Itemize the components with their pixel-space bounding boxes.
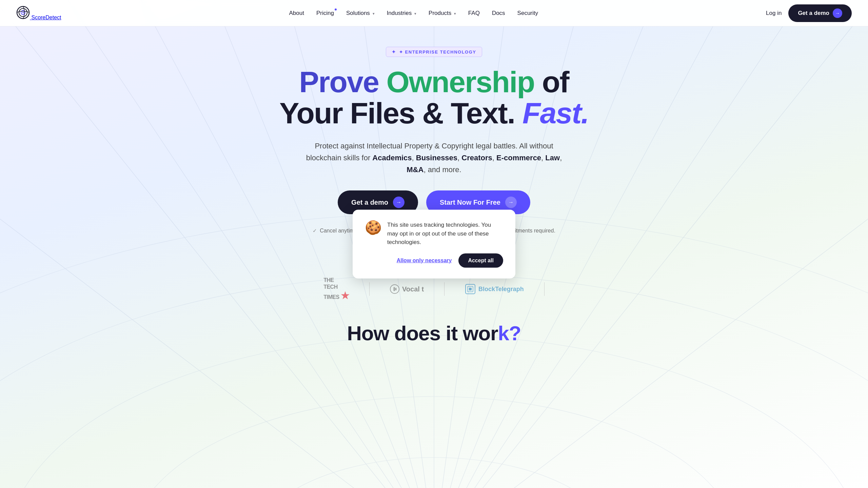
svg-rect-29 bbox=[469, 288, 472, 290]
nav-item-docs[interactable]: Docs bbox=[492, 10, 505, 16]
svg-point-3 bbox=[22, 12, 24, 13]
svg-point-21 bbox=[7, 336, 861, 488]
solutions-chevron-icon: ▾ bbox=[373, 12, 375, 16]
cookie-message: This site uses tracking technologies. Yo… bbox=[387, 221, 503, 247]
featured-logo-techTimes: THETECHTIMES ★ bbox=[323, 277, 349, 301]
svg-point-20 bbox=[129, 396, 739, 488]
svg-rect-25 bbox=[394, 287, 395, 291]
nav-item-industries[interactable]: Industries ▾ bbox=[387, 10, 416, 16]
hero-title-fast: Fast. bbox=[522, 96, 589, 130]
divider-3 bbox=[544, 282, 545, 296]
nav-item-products[interactable]: Products ▾ bbox=[429, 10, 456, 16]
check-icon-1: ✓ bbox=[313, 228, 317, 234]
enterprise-badge: ✦ ✦ ENTERPRISE TECHNOLOGY bbox=[386, 47, 482, 57]
nav-item-security[interactable]: Security bbox=[517, 10, 538, 16]
nav-item-pricing[interactable]: Pricing bbox=[316, 10, 334, 16]
featured-logo-blockTelegraph: BlockTelegraph bbox=[465, 284, 524, 294]
cookie-icon: 🍪 bbox=[365, 221, 382, 234]
hero-title-prove: Prove bbox=[299, 65, 386, 99]
divider-1 bbox=[369, 282, 370, 296]
nav-demo-button[interactable]: Get a demo → bbox=[788, 4, 852, 22]
allow-necessary-button[interactable]: Allow only necessary bbox=[397, 257, 452, 263]
diamond-icon: ✦ bbox=[392, 49, 396, 55]
logo-icon bbox=[16, 6, 30, 19]
nav-links: About Pricing Solutions ▾ Industries ▾ P… bbox=[289, 10, 538, 17]
hero-title-of: of bbox=[542, 65, 569, 99]
nav-demo-arrow-icon: → bbox=[833, 8, 842, 18]
cookie-actions: Allow only necessary Accept all bbox=[365, 253, 503, 267]
login-button[interactable]: Log in bbox=[766, 10, 782, 17]
svg-rect-26 bbox=[395, 288, 396, 290]
cookie-header: 🍪 This site uses tracking technologies. … bbox=[365, 221, 503, 247]
how-title: How does it work? bbox=[14, 322, 854, 345]
demo-arrow-icon: → bbox=[393, 197, 405, 208]
featured-logo-vocal: Vocal t bbox=[390, 284, 424, 294]
brand-name: ScoreDetect bbox=[31, 15, 61, 20]
start-free-arrow-icon: → bbox=[505, 197, 517, 208]
svg-point-19 bbox=[251, 458, 617, 488]
nav-logo[interactable]: ScoreDetect bbox=[16, 6, 61, 21]
hero-title-your-files: Your Files & Text. bbox=[279, 96, 522, 130]
navbar: ScoreDetect About Pricing Solutions ▾ In… bbox=[0, 0, 868, 26]
hero-subtitle: Protect against Intellectual Property & … bbox=[302, 140, 566, 176]
accept-all-button[interactable]: Accept all bbox=[458, 253, 503, 267]
check-cancel: ✓ Cancel anytime. bbox=[313, 228, 359, 234]
industries-chevron-icon: ▾ bbox=[414, 12, 416, 16]
nav-item-solutions[interactable]: Solutions ▾ bbox=[346, 10, 375, 16]
how-section: How does it work? bbox=[0, 308, 868, 345]
hero-title-ownership: Ownership bbox=[386, 65, 542, 99]
cookie-banner: 🍪 This site uses tracking technologies. … bbox=[353, 210, 515, 279]
nav-item-faq[interactable]: FAQ bbox=[468, 10, 480, 16]
hero-title: Prove Ownership of Your Files & Text. Fa… bbox=[261, 66, 607, 129]
nav-item-about[interactable]: About bbox=[289, 10, 304, 16]
featured-logos: THETECHTIMES ★ Vocal t Block bbox=[244, 277, 624, 301]
products-chevron-icon: ▾ bbox=[454, 12, 456, 16]
blocktelegraph-icon bbox=[465, 284, 476, 294]
vocal-icon bbox=[390, 284, 399, 294]
divider-2 bbox=[444, 282, 445, 296]
nav-actions: Log in Get a demo → bbox=[766, 4, 852, 22]
